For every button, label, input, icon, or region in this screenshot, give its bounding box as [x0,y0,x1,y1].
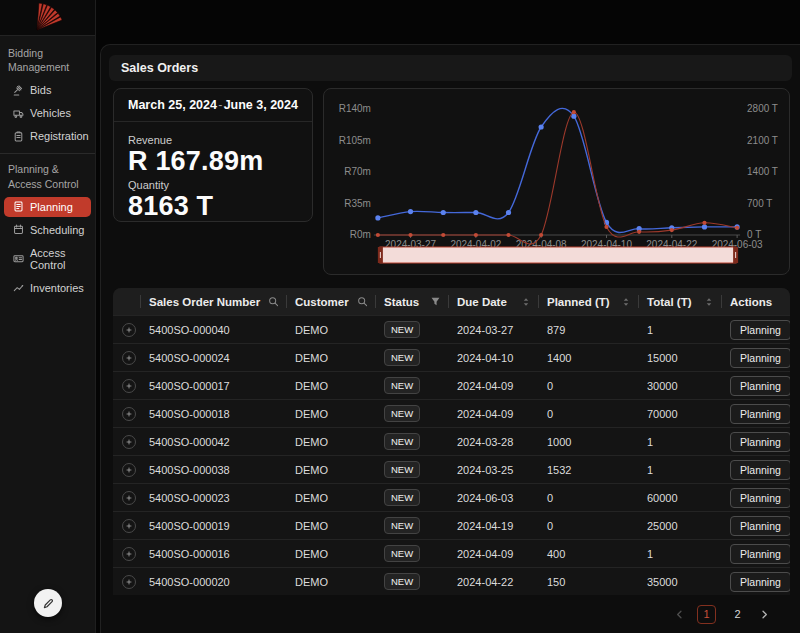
table-header: Sales Order NumberCustomerStatusDue Date… [113,288,790,315]
chevron-left-icon [674,609,685,620]
pagination-page-2[interactable]: 2 [728,605,747,624]
column-header-total[interactable]: Total (T) [639,288,722,315]
cell-customer: DEMO [287,380,376,392]
planning-action-button[interactable]: Planning [730,572,790,592]
expand-row-button[interactable] [122,491,136,505]
table-row: 5400SO-000017DEMONEW2024-04-09030000Plan… [113,371,790,399]
cell-sales-order-number: 5400SO-000016 [141,548,287,560]
sidebar-item-scheduling[interactable]: Scheduling [4,220,91,240]
expand-row-button[interactable] [122,407,136,421]
date-to[interactable]: June 3, 2024 [224,98,298,112]
table-row: 5400SO-000020DEMONEW2024-04-2215035000Pl… [113,567,790,595]
sidebar-section-label: Bidding Management [0,40,95,77]
revenue-quantity-chart[interactable]: R0mR35mR70mR105mR140m0 T700 T1400 T2100 … [323,88,790,275]
cell-due-date: 2024-03-25 [449,464,539,476]
date-range-picker[interactable]: March 25, 2024 - June 3, 2024 [114,89,312,122]
plus-icon [125,382,133,390]
column-header-planned[interactable]: Planned (T) [539,288,639,315]
expand-row-button[interactable] [122,379,136,393]
main-panel: Sales Orders March 25, 2024 - June 3, 20… [100,44,800,633]
fab-edit-button[interactable] [34,589,62,617]
expand-row-button[interactable] [122,463,136,477]
sidebar-item-label: Vehicles [30,107,71,119]
cell-planned: 1532 [539,464,639,476]
column-label: Sales Order Number [149,296,260,308]
sidebar-item-access-control[interactable]: Access Control [4,243,91,275]
cell-planned: 0 [539,520,639,532]
sidebar-item-label: Inventories [30,282,84,294]
column-label: Actions [730,296,772,308]
status-badge: NEW [384,321,420,338]
fan-logo-icon [31,3,65,33]
column-header-sales-order-number[interactable]: Sales Order Number [141,288,287,315]
line-chart[interactable]: R0mR35mR70mR105mR140m0 T700 T1400 T2100 … [324,89,789,274]
sidebar-item-vehicles[interactable]: Vehicles [4,103,91,123]
cell-sales-order-number: 5400SO-000038 [141,464,287,476]
sidebar-item-planning[interactable]: Planning [4,197,91,217]
expand-row-button[interactable] [122,519,136,533]
planning-action-button[interactable]: Planning [730,320,790,340]
revenue-label: Revenue [128,134,298,146]
cell-status: NEW [376,489,449,506]
sidebar-item-inventories[interactable]: Inventories [4,278,91,298]
chevron-right-icon [759,609,770,620]
pagination-next-button[interactable] [759,609,770,620]
cell-due-date: 2024-04-22 [449,576,539,588]
sidebar-item-bids[interactable]: Bids [4,80,91,100]
expand-row-button[interactable] [122,323,136,337]
cell-total: 1 [639,324,722,336]
planning-action-button[interactable]: Planning [730,460,790,480]
cell-actions: Planning [722,376,790,396]
pagination-page-1[interactable]: 1 [697,605,716,624]
quantity-label: Quantity [128,179,298,191]
planning-action-button[interactable]: Planning [730,376,790,396]
cell-status: NEW [376,461,449,478]
cell-status: NEW [376,517,449,534]
cell-planned: 150 [539,576,639,588]
status-badge: NEW [384,545,420,562]
cell-total: 1 [639,548,722,560]
cell-actions: Planning [722,488,790,508]
plus-icon [125,354,133,362]
pagination-prev-button[interactable] [674,609,685,620]
expand-row-button[interactable] [122,547,136,561]
revenue-value: R 167.89m [128,146,298,176]
scheduling-icon [13,224,24,235]
cell-total: 35000 [639,576,722,588]
planning-action-button[interactable]: Planning [730,432,790,452]
plus-icon [125,522,133,530]
cell-actions: Planning [722,432,790,452]
svg-text:2800 T: 2800 T [747,103,778,114]
cell-sales-order-number: 5400SO-000019 [141,520,287,532]
sorter-icon [621,297,631,307]
svg-text:700 T: 700 T [747,198,772,209]
expand-row-button[interactable] [122,351,136,365]
cell-actions: Planning [722,460,790,480]
date-from[interactable]: March 25, 2024 [128,98,217,112]
planning-action-button[interactable]: Planning [730,516,790,536]
pagination: 12 [101,604,770,624]
sidebar-item-registration[interactable]: Registration [4,126,91,146]
column-header-due-date[interactable]: Due Date [449,288,539,315]
app-logo[interactable] [0,0,95,36]
column-header-status[interactable]: Status [376,288,449,315]
chart-range-brush[interactable] [378,247,738,263]
table-row: 5400SO-000042DEMONEW2024-03-2810001Plann… [113,427,790,455]
planning-action-button[interactable]: Planning [730,544,790,564]
planning-action-button[interactable]: Planning [730,348,790,368]
cell-actions: Planning [722,320,790,340]
cell-planned: 1000 [539,436,639,448]
column-header-customer[interactable]: Customer [287,288,376,315]
cell-status: NEW [376,349,449,366]
column-header-expand [113,288,141,315]
vehicles-icon [13,108,24,119]
status-badge: NEW [384,573,420,590]
planning-action-button[interactable]: Planning [730,404,790,424]
expand-row-button[interactable] [122,575,136,589]
planning-action-button[interactable]: Planning [730,488,790,508]
expand-row-button[interactable] [122,435,136,449]
sidebar-section-label: Planning & Access Control [0,156,95,193]
cell-planned: 0 [539,492,639,504]
svg-text:1400 T: 1400 T [747,166,778,177]
planning-icon [13,201,24,212]
